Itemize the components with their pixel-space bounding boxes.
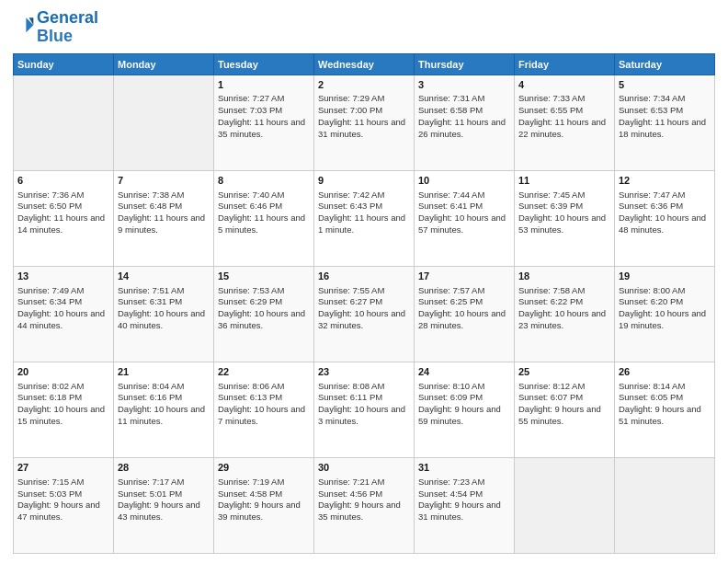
calendar-day-header: Friday (515, 53, 615, 75)
day-number: 7 (118, 174, 210, 188)
day-number: 6 (17, 174, 109, 188)
day-number: 20 (17, 365, 109, 379)
day-info: Sunrise: 7:19 AM Sunset: 4:58 PM Dayligh… (218, 477, 310, 523)
calendar-cell (615, 457, 715, 553)
day-number: 16 (318, 270, 410, 283)
calendar-week-row: 13Sunrise: 7:49 AM Sunset: 6:34 PM Dayli… (14, 266, 715, 362)
calendar-cell: 6Sunrise: 7:36 AM Sunset: 6:50 PM Daylig… (14, 170, 114, 266)
day-info: Sunrise: 7:23 AM Sunset: 4:54 PM Dayligh… (418, 477, 510, 523)
day-info: Sunrise: 7:42 AM Sunset: 6:43 PM Dayligh… (318, 190, 410, 236)
calendar-cell: 1Sunrise: 7:27 AM Sunset: 7:03 PM Daylig… (214, 75, 314, 170)
day-info: Sunrise: 7:44 AM Sunset: 6:41 PM Dayligh… (418, 190, 510, 236)
day-info: Sunrise: 7:31 AM Sunset: 6:58 PM Dayligh… (418, 93, 510, 140)
calendar-cell: 20Sunrise: 8:02 AM Sunset: 6:18 PM Dayli… (14, 362, 114, 457)
logo-icon (13, 15, 35, 37)
calendar-cell: 30Sunrise: 7:21 AM Sunset: 4:56 PM Dayli… (314, 457, 415, 553)
calendar-cell: 13Sunrise: 7:49 AM Sunset: 6:34 PM Dayli… (14, 266, 114, 362)
logo: General Blue (13, 9, 98, 46)
day-number: 27 (17, 461, 109, 475)
calendar-cell: 11Sunrise: 7:45 AM Sunset: 6:39 PM Dayli… (515, 170, 615, 266)
day-info: Sunrise: 8:14 AM Sunset: 6:05 PM Dayligh… (619, 381, 711, 428)
day-info: Sunrise: 7:36 AM Sunset: 6:50 PM Dayligh… (17, 190, 109, 236)
day-number: 24 (418, 365, 510, 379)
day-number: 19 (619, 270, 711, 283)
day-number: 17 (418, 270, 510, 283)
day-number: 29 (218, 461, 310, 475)
day-info: Sunrise: 8:12 AM Sunset: 6:07 PM Dayligh… (518, 381, 610, 428)
calendar-cell: 18Sunrise: 7:58 AM Sunset: 6:22 PM Dayli… (515, 266, 615, 362)
day-number: 14 (118, 270, 210, 283)
calendar-cell: 15Sunrise: 7:53 AM Sunset: 6:29 PM Dayli… (214, 266, 314, 362)
day-number: 12 (619, 174, 711, 188)
calendar-day-header: Sunday (14, 53, 114, 75)
day-info: Sunrise: 7:34 AM Sunset: 6:53 PM Dayligh… (619, 93, 711, 140)
day-info: Sunrise: 7:38 AM Sunset: 6:48 PM Dayligh… (118, 190, 210, 236)
day-number: 28 (118, 461, 210, 475)
day-info: Sunrise: 8:10 AM Sunset: 6:09 PM Dayligh… (418, 381, 510, 428)
day-info: Sunrise: 7:29 AM Sunset: 7:00 PM Dayligh… (318, 93, 410, 140)
day-info: Sunrise: 8:00 AM Sunset: 6:20 PM Dayligh… (619, 285, 711, 332)
page: General Blue SundayMondayTuesdayWednesda… (0, 0, 728, 563)
calendar-cell: 28Sunrise: 7:17 AM Sunset: 5:01 PM Dayli… (114, 457, 214, 553)
day-number: 30 (318, 461, 410, 475)
calendar-cell: 9Sunrise: 7:42 AM Sunset: 6:43 PM Daylig… (314, 170, 415, 266)
calendar-cell (114, 75, 214, 170)
calendar-day-header: Thursday (415, 53, 515, 75)
calendar-cell: 16Sunrise: 7:55 AM Sunset: 6:27 PM Dayli… (314, 266, 415, 362)
calendar-cell (14, 75, 114, 170)
calendar-cell: 22Sunrise: 8:06 AM Sunset: 6:13 PM Dayli… (214, 362, 314, 457)
calendar-body: 1Sunrise: 7:27 AM Sunset: 7:03 PM Daylig… (14, 75, 715, 553)
day-number: 18 (518, 270, 610, 283)
calendar-week-row: 1Sunrise: 7:27 AM Sunset: 7:03 PM Daylig… (14, 75, 715, 170)
calendar-week-row: 20Sunrise: 8:02 AM Sunset: 6:18 PM Dayli… (14, 362, 715, 457)
calendar-cell: 29Sunrise: 7:19 AM Sunset: 4:58 PM Dayli… (214, 457, 314, 553)
day-number: 15 (218, 270, 310, 283)
calendar-day-header: Monday (114, 53, 214, 75)
calendar-cell: 21Sunrise: 8:04 AM Sunset: 6:16 PM Dayli… (114, 362, 214, 457)
day-number: 8 (218, 174, 310, 188)
calendar-cell: 19Sunrise: 8:00 AM Sunset: 6:20 PM Dayli… (615, 266, 715, 362)
calendar-cell: 14Sunrise: 7:51 AM Sunset: 6:31 PM Dayli… (114, 266, 214, 362)
day-info: Sunrise: 7:51 AM Sunset: 6:31 PM Dayligh… (118, 285, 210, 332)
calendar-cell: 3Sunrise: 7:31 AM Sunset: 6:58 PM Daylig… (415, 75, 515, 170)
calendar-cell: 4Sunrise: 7:33 AM Sunset: 6:55 PM Daylig… (515, 75, 615, 170)
calendar-cell: 27Sunrise: 7:15 AM Sunset: 5:03 PM Dayli… (14, 457, 114, 553)
calendar-day-header: Wednesday (314, 53, 415, 75)
day-info: Sunrise: 7:49 AM Sunset: 6:34 PM Dayligh… (17, 285, 109, 332)
calendar-cell: 25Sunrise: 8:12 AM Sunset: 6:07 PM Dayli… (515, 362, 615, 457)
calendar-table: SundayMondayTuesdayWednesdayThursdayFrid… (13, 53, 715, 554)
day-number: 4 (518, 78, 610, 92)
day-number: 31 (418, 461, 510, 475)
day-number: 3 (418, 78, 510, 92)
day-info: Sunrise: 7:27 AM Sunset: 7:03 PM Dayligh… (218, 93, 310, 140)
day-info: Sunrise: 7:33 AM Sunset: 6:55 PM Dayligh… (518, 93, 610, 140)
day-number: 2 (318, 78, 410, 92)
calendar-cell: 2Sunrise: 7:29 AM Sunset: 7:00 PM Daylig… (314, 75, 415, 170)
day-info: Sunrise: 7:45 AM Sunset: 6:39 PM Dayligh… (518, 190, 610, 236)
calendar-cell: 12Sunrise: 7:47 AM Sunset: 6:36 PM Dayli… (615, 170, 715, 266)
calendar-cell: 10Sunrise: 7:44 AM Sunset: 6:41 PM Dayli… (415, 170, 515, 266)
day-info: Sunrise: 8:02 AM Sunset: 6:18 PM Dayligh… (17, 381, 109, 428)
calendar-day-header: Tuesday (214, 53, 314, 75)
day-number: 9 (318, 174, 410, 188)
calendar-cell: 24Sunrise: 8:10 AM Sunset: 6:09 PM Dayli… (415, 362, 515, 457)
day-info: Sunrise: 7:21 AM Sunset: 4:56 PM Dayligh… (318, 477, 410, 523)
header: General Blue (13, 9, 715, 46)
calendar-cell: 31Sunrise: 7:23 AM Sunset: 4:54 PM Dayli… (415, 457, 515, 553)
day-number: 1 (218, 78, 310, 92)
day-number: 21 (118, 365, 210, 379)
day-number: 11 (518, 174, 610, 188)
day-info: Sunrise: 8:08 AM Sunset: 6:11 PM Dayligh… (318, 381, 410, 428)
calendar-cell: 5Sunrise: 7:34 AM Sunset: 6:53 PM Daylig… (615, 75, 715, 170)
day-number: 23 (318, 365, 410, 379)
day-info: Sunrise: 8:06 AM Sunset: 6:13 PM Dayligh… (218, 381, 310, 428)
calendar-cell: 7Sunrise: 7:38 AM Sunset: 6:48 PM Daylig… (114, 170, 214, 266)
calendar-header-row: SundayMondayTuesdayWednesdayThursdayFrid… (14, 53, 715, 75)
day-info: Sunrise: 7:55 AM Sunset: 6:27 PM Dayligh… (318, 285, 410, 332)
day-number: 10 (418, 174, 510, 188)
day-number: 26 (619, 365, 711, 379)
day-number: 5 (619, 78, 711, 92)
calendar-cell: 17Sunrise: 7:57 AM Sunset: 6:25 PM Dayli… (415, 266, 515, 362)
calendar-cell (515, 457, 615, 553)
calendar-week-row: 6Sunrise: 7:36 AM Sunset: 6:50 PM Daylig… (14, 170, 715, 266)
